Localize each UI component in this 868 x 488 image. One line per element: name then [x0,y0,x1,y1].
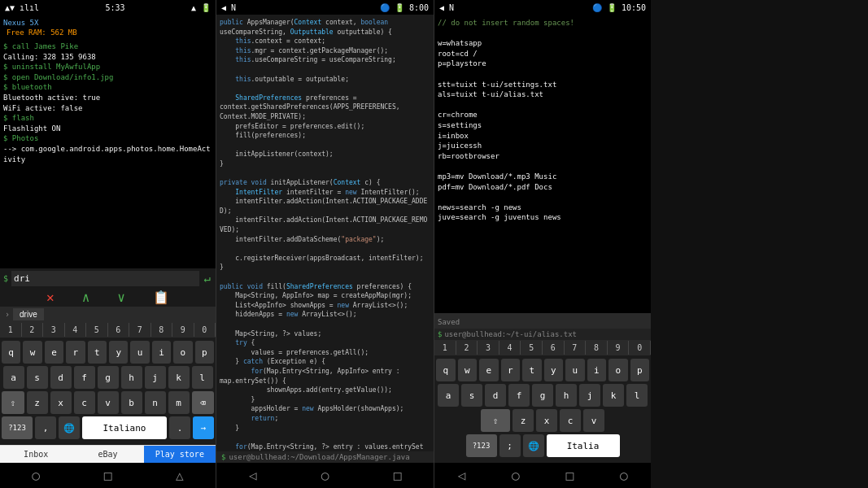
key-q[interactable]: q [2,341,20,364]
key-123[interactable]: ?123 [2,416,33,439]
num3-8[interactable]: 8 [586,341,608,355]
num-6[interactable]: 6 [108,323,130,337]
down-btn[interactable]: ∨ [117,290,125,305]
k3-i[interactable]: i [587,359,607,381]
key-o[interactable]: o [173,341,192,364]
k3-d[interactable]: d [485,384,506,407]
key-space[interactable]: Italiano [82,416,167,439]
key-a[interactable]: a [3,366,24,389]
key-i[interactable]: i [152,341,171,364]
num-9[interactable]: 9 [172,323,194,337]
k3-p[interactable]: p [630,359,650,381]
k3-shift[interactable]: ⇧ [481,409,510,432]
k3-e[interactable]: e [479,359,499,381]
key-b[interactable]: b [121,391,142,414]
num-2[interactable]: 2 [22,323,44,337]
num-5[interactable]: 5 [86,323,108,337]
num-8[interactable]: 8 [151,323,173,337]
k3-q[interactable]: q [436,359,456,381]
num-7[interactable]: 7 [129,323,151,337]
num3-4[interactable]: 4 [499,341,521,355]
nav-square-2[interactable]: □ [394,468,402,483]
key-d[interactable]: d [50,366,72,389]
nav-back-2[interactable]: ◁ [249,468,257,483]
k3-c[interactable]: c [560,409,581,432]
nav-home[interactable]: ○ [32,468,40,483]
k3-123[interactable]: ?123 [466,434,497,457]
key-t[interactable]: t [88,341,107,364]
nav-circle-3[interactable]: ○ [620,468,628,483]
num3-3[interactable]: 3 [478,341,499,355]
key-y[interactable]: y [109,341,128,364]
key-f[interactable]: f [74,366,95,389]
nav-back[interactable]: △ [176,468,184,483]
num3-1[interactable]: 1 [434,341,456,355]
key-c[interactable]: c [74,391,95,414]
nav-square-3[interactable]: □ [565,468,574,483]
k3-r[interactable]: r [501,359,521,381]
key-send[interactable]: → [193,416,214,439]
key-j[interactable]: j [145,366,166,389]
num3-6[interactable]: 6 [543,341,565,355]
k3-l[interactable]: l [626,384,648,407]
key-backspace[interactable]: ⌫ [192,391,215,414]
num-4[interactable]: 4 [65,323,87,337]
num3-9[interactable]: 9 [608,341,630,355]
k3-z[interactable]: z [513,409,534,432]
k3-space[interactable]: Italia [547,434,620,457]
k3-semicolon[interactable]: ; [499,434,521,457]
key-n[interactable]: n [145,391,166,414]
clipboard-btn[interactable]: 📋 [153,290,169,305]
key-u[interactable]: u [130,341,149,364]
key-h[interactable]: h [121,366,142,389]
key-s[interactable]: s [27,366,48,389]
k3-y[interactable]: y [544,359,564,381]
k3-g[interactable]: g [532,384,553,407]
key-k[interactable]: k [168,366,190,389]
key-w[interactable]: w [23,341,41,364]
key-comma[interactable]: , [35,416,56,439]
key-shift[interactable]: ⇧ [2,391,24,414]
num3-0[interactable]: 0 [629,341,651,355]
k3-v[interactable]: v [583,409,604,432]
k3-s[interactable]: s [461,384,482,407]
close-btn[interactable]: ✕ [46,290,55,305]
k3-t[interactable]: t [522,359,542,381]
key-r[interactable]: r [66,341,85,364]
key-globe[interactable]: 🌐 [59,416,80,439]
tab-playstore[interactable]: Play store [144,446,216,463]
k3-j[interactable]: j [579,384,600,407]
enter-icon[interactable]: ↵ [203,270,212,286]
k3-u[interactable]: u [565,359,585,381]
k3-globe[interactable]: 🌐 [523,434,544,457]
num-3[interactable]: 3 [43,323,65,337]
k3-a[interactable]: a [438,384,459,407]
k3-w[interactable]: w [458,359,478,381]
nav-home-2[interactable]: ○ [321,468,329,483]
up-btn[interactable]: ∧ [82,290,90,305]
num3-5[interactable]: 5 [521,341,543,355]
nav-back-3[interactable]: ◁ [457,468,465,483]
num-1[interactable]: 1 [0,323,22,337]
key-m[interactable]: m [168,391,190,414]
key-x[interactable]: x [50,391,72,414]
key-p[interactable]: p [195,341,214,364]
nav-square[interactable]: □ [104,468,112,483]
nav-home-3[interactable]: ○ [512,468,520,483]
k3-k[interactable]: k [603,384,624,407]
k3-o[interactable]: o [608,359,628,381]
key-z[interactable]: z [27,391,48,414]
num-0[interactable]: 0 [194,323,216,337]
key-g[interactable]: g [98,366,119,389]
k3-f[interactable]: f [508,384,530,407]
num3-7[interactable]: 7 [565,341,587,355]
command-input[interactable] [11,271,199,286]
k3-x[interactable]: x [536,409,557,432]
suggestion-arrow-left[interactable]: › [3,310,11,319]
k3-h[interactable]: h [556,384,577,407]
key-e[interactable]: e [45,341,63,364]
drive-suggestion[interactable]: drive [13,308,44,320]
key-period[interactable]: . [169,416,190,439]
num3-2[interactable]: 2 [456,341,478,355]
tab-ebay[interactable]: eBay [72,446,143,463]
